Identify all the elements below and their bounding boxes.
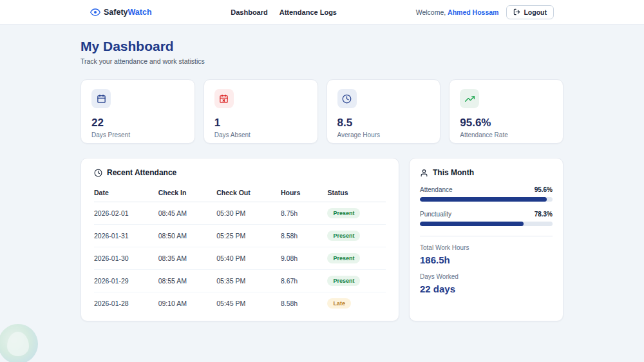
recent-attendance-card: Recent Attendance Date Check In Check Ou… [80, 158, 399, 321]
trending-up-icon [460, 89, 479, 108]
status-badge: Present [327, 231, 360, 241]
days-worked-label: Days Worked [420, 273, 553, 280]
divider [420, 236, 553, 236]
cell-check-in: 09:10 AM [158, 292, 217, 315]
this-month-card: This Month Attendance 95.6% Punctuality … [409, 158, 564, 321]
cell-date: 2026-01-28 [94, 292, 158, 315]
logout-button[interactable]: Logout [506, 5, 554, 19]
stat-value: 8.5 [337, 117, 430, 129]
stats-grid: 22 Days Present 1 Days Absent 8.5 Averag… [80, 79, 564, 144]
cell-date: 2026-01-29 [94, 270, 158, 292]
stat-card-average-hours: 8.5 Average Hours [327, 79, 441, 144]
status-badge: Present [327, 208, 360, 218]
table-row: 2026-01-28 09:10 AM 05:45 PM 8.58h Late [94, 292, 386, 315]
welcome-text: Welcome, Ahmed Hossam [416, 8, 499, 16]
punctuality-metric: Punctuality 78.3% [420, 211, 553, 226]
punctuality-progress-track [420, 222, 553, 226]
total-work-hours: Total Work Hours 186.5h [420, 244, 553, 265]
status-badge: Late [327, 298, 351, 309]
cell-check-out: 05:45 PM [216, 292, 281, 315]
cell-hours: 8.67h [281, 270, 327, 292]
stat-value: 22 [91, 117, 184, 129]
nav-right: Welcome, Ahmed Hossam Logout [416, 5, 554, 19]
cell-hours: 8.58h [281, 292, 327, 315]
table-row: 2026-01-29 08:55 AM 05:35 PM 8.67h Prese… [94, 270, 386, 292]
attendance-metric: Attendance 95.6% [420, 186, 553, 202]
stat-label: Attendance Rate [460, 131, 553, 138]
column-header-status: Status [327, 184, 386, 202]
cell-hours: 8.58h [281, 225, 327, 247]
brand-logo[interactable]: SafetyWatch [90, 7, 152, 17]
bottom-row: Recent Attendance Date Check In Check Ou… [80, 158, 564, 321]
stat-label: Average Hours [337, 131, 430, 138]
stat-value: 1 [214, 117, 307, 129]
cell-date: 2026-02-01 [94, 202, 158, 225]
total-work-hours-label: Total Work Hours [420, 244, 553, 251]
stat-card-attendance-rate: 95.6% Attendance Rate [449, 79, 564, 144]
table-row: 2026-01-31 08:50 AM 05:25 PM 8.58h Prese… [94, 225, 386, 247]
attendance-metric-value: 95.6% [535, 186, 553, 193]
status-badge: Present [327, 253, 360, 263]
cell-check-in: 08:35 AM [158, 247, 217, 270]
table-row: 2026-02-01 08:45 AM 05:30 PM 8.75h Prese… [94, 202, 386, 225]
page-subtitle: Track your attendance and work statistic… [80, 57, 564, 65]
attendance-progress-track [420, 197, 553, 202]
cell-check-in: 08:55 AM [158, 270, 217, 292]
cell-check-in: 08:50 AM [158, 225, 217, 247]
main-content: My Dashboard Track your attendance and w… [80, 24, 564, 321]
punctuality-metric-label: Punctuality [420, 211, 451, 218]
punctuality-progress-fill [420, 222, 524, 226]
table-row: 2026-01-30 08:35 AM 05:40 PM 9.08h Prese… [94, 247, 386, 270]
nav-links: Dashboard Attendance Logs [231, 8, 337, 16]
stat-value: 95.6% [460, 117, 553, 129]
user-name: Ahmed Hossam [448, 8, 498, 16]
eye-icon [90, 7, 100, 17]
punctuality-metric-value: 78.3% [535, 211, 553, 218]
cell-hours: 9.08h [281, 247, 327, 270]
page-title: My Dashboard [80, 39, 564, 54]
days-worked: Days Worked 22 days [420, 273, 553, 294]
nav-link-attendance-logs[interactable]: Attendance Logs [279, 8, 337, 16]
stat-label: Days Present [91, 131, 184, 138]
total-work-hours-value: 186.5h [420, 254, 553, 265]
nav-link-dashboard[interactable]: Dashboard [231, 8, 267, 16]
column-header-date: Date [94, 184, 158, 202]
watermark-leaf-shape [7, 332, 29, 356]
brand-name: SafetyWatch [104, 8, 152, 17]
column-header-check-out: Check Out [216, 184, 281, 202]
attendance-progress-fill [420, 197, 547, 202]
attendance-metric-label: Attendance [420, 186, 453, 193]
watermark-logo [0, 324, 38, 362]
calendar-icon [91, 89, 111, 108]
calendar-absent-icon [214, 89, 234, 108]
column-header-check-in: Check In [158, 184, 217, 202]
days-worked-value: 22 days [420, 283, 553, 294]
cell-date: 2026-01-31 [94, 225, 158, 247]
logout-icon [513, 8, 520, 15]
this-month-title: This Month [420, 168, 553, 177]
stat-card-days-present: 22 Days Present [80, 79, 195, 144]
column-header-hours: Hours [281, 184, 327, 202]
cell-check-in: 08:45 AM [158, 202, 217, 225]
cell-check-out: 05:40 PM [216, 247, 281, 270]
attendance-table: Date Check In Check Out Hours Status 202… [94, 184, 386, 314]
cell-date: 2026-01-30 [94, 247, 158, 270]
cell-check-out: 05:30 PM [216, 202, 281, 225]
cell-check-out: 05:25 PM [216, 225, 281, 247]
recent-attendance-title: Recent Attendance [94, 168, 386, 177]
stat-card-days-absent: 1 Days Absent [204, 79, 318, 144]
cell-check-out: 05:35 PM [216, 270, 281, 292]
clock-icon [337, 89, 357, 108]
clock-icon [94, 169, 102, 177]
top-navbar: SafetyWatch Dashboard Attendance Logs We… [0, 0, 644, 24]
table-header-row: Date Check In Check Out Hours Status [94, 184, 386, 202]
cell-hours: 8.75h [281, 202, 327, 225]
status-badge: Present [327, 276, 360, 286]
person-icon [420, 169, 428, 177]
stat-label: Days Absent [214, 131, 307, 138]
